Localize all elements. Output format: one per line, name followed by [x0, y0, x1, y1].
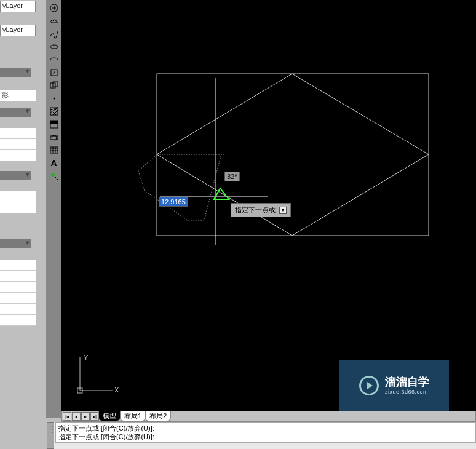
tab-nav-first-icon[interactable]: |◂	[63, 412, 71, 421]
draw-toolbar: A	[46, 0, 61, 418]
value-row-7[interactable]	[0, 271, 36, 282]
gradient-tool-icon[interactable]	[47, 118, 61, 130]
point-tool-icon[interactable]	[47, 92, 61, 105]
ellipse-tool-icon[interactable]	[47, 41, 61, 53]
section-header-3[interactable]	[0, 171, 31, 180]
section-header-4[interactable]	[0, 239, 31, 248]
color-field[interactable]: yLayer	[0, 1, 36, 12]
watermark-badge: 溜溜自学 zixue.3d66.com	[339, 360, 449, 411]
command-history-line: 指定下一点或 [闭合(C)/放弃(U)]:	[58, 424, 473, 432]
tab-nav-last-icon[interactable]: ▸|	[90, 412, 99, 421]
spline-tool-icon[interactable]	[47, 28, 61, 40]
value-row-10[interactable]	[0, 304, 36, 315]
prompt-dropdown-icon[interactable]: ▾	[279, 207, 287, 214]
svg-marker-13	[157, 74, 429, 236]
svg-point-5	[53, 98, 55, 100]
dynamic-angle-readout: 32°	[224, 172, 240, 181]
dynamic-distance-input[interactable]: 12.9165	[159, 197, 188, 207]
value-row-2[interactable]	[0, 139, 36, 150]
command-history[interactable]: 指定下一点或 [闭合(C)/放弃(U)]: 指定下一点或 [闭合(C)/放弃(U…	[55, 422, 476, 443]
table-tool-icon[interactable]	[47, 144, 61, 156]
svg-point-1	[50, 45, 58, 49]
value-row-3[interactable]	[0, 150, 36, 161]
tab-nav-next-icon[interactable]: ▸	[81, 412, 90, 421]
command-history-line: 指定下一点或 [闭合(C)/放弃(U)]:	[58, 432, 473, 441]
prompt-text: 指定下一点或	[235, 205, 276, 215]
insert-block-icon[interactable]	[47, 66, 61, 79]
svg-point-12	[51, 173, 55, 177]
ellipse-arc-icon[interactable]	[47, 54, 61, 66]
shadow-label: 影	[0, 90, 36, 101]
value-row-6[interactable]	[0, 260, 36, 271]
tab-layout-1[interactable]: 布局1	[120, 411, 146, 421]
linetype-field[interactable]: yLayer	[0, 25, 36, 36]
value-row-5[interactable]	[0, 202, 36, 213]
properties-panel: yLayer yLayer 影	[0, 0, 38, 449]
tab-nav-prev-icon[interactable]: ◂	[72, 412, 81, 421]
value-row-1[interactable]	[0, 128, 36, 139]
hatch-tool-icon[interactable]	[47, 105, 61, 117]
play-icon	[359, 376, 379, 395]
mtext-tool-icon[interactable]: A	[47, 157, 61, 169]
value-row-11[interactable]	[0, 315, 36, 326]
section-header-1[interactable]	[0, 68, 31, 77]
watermark-title: 溜溜自学	[385, 376, 429, 389]
dynamic-prompt-tooltip: 指定下一点或 ▾	[231, 203, 291, 217]
section-header-2[interactable]	[0, 108, 31, 117]
value-row-9[interactable]	[0, 293, 36, 304]
svg-rect-11	[50, 147, 58, 153]
watermark-url: zixue.3d66.com	[385, 389, 429, 395]
add-selected-icon[interactable]	[47, 170, 61, 182]
tab-layout-2[interactable]: 布局2	[145, 411, 171, 421]
make-block-icon[interactable]	[47, 79, 61, 92]
revision-cloud-icon[interactable]	[47, 15, 61, 27]
tab-model[interactable]: 模型	[98, 411, 121, 421]
svg-rect-14	[157, 74, 429, 236]
layout-tabs-bar: |◂ ◂ ▸ ▸| 模型 布局1 布局2	[61, 411, 476, 422]
polyline-tool-icon[interactable]	[47, 2, 61, 14]
command-line-area: 指定下一点或 [闭合(C)/放弃(U)]: 指定下一点或 [闭合(C)/放弃(U…	[47, 422, 476, 449]
value-row-4[interactable]	[0, 191, 36, 202]
value-row-8[interactable]	[0, 282, 36, 293]
region-tool-icon[interactable]	[47, 131, 61, 143]
drawing-area[interactable]: 12.9165 32° 指定下一点或 ▾ Y X	[61, 0, 476, 411]
command-line-handle[interactable]	[47, 422, 54, 449]
svg-rect-8	[50, 121, 58, 124]
